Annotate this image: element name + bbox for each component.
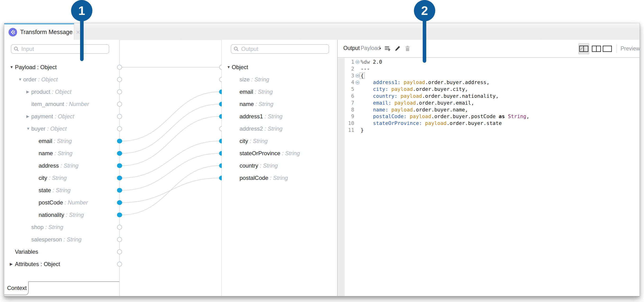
input-product-port[interactable] [117, 90, 122, 94]
expand-arrow-icon[interactable]: ▶ [10, 258, 12, 270]
input-nationality-mapped-port[interactable] [117, 213, 122, 217]
input-email-mapped-port[interactable] [117, 139, 122, 143]
code-line-1[interactable]: 1%dw 2.0 [344, 59, 640, 65]
field-type: : Object [36, 64, 57, 70]
input-row-name[interactable]: name : String [4, 147, 72, 160]
output-row-country[interactable]: country : String [222, 160, 278, 172]
input-row-postcode[interactable]: postCode : Number [4, 196, 88, 209]
input-row-buyer[interactable]: ▼buyer : Object [4, 123, 66, 135]
code-line-7[interactable]: 7email: payload.order.buyer.email, [344, 100, 640, 106]
code-line-9[interactable]: 9postalCode: payload.order.buyer.postCod… [344, 113, 640, 120]
line-number: 5 [344, 86, 354, 93]
input-row-order[interactable]: ▼order : Object [4, 73, 58, 86]
context-tab-label: Context [7, 285, 27, 291]
field-name: stateOrProvince [240, 150, 280, 156]
annotation-gutter [338, 58, 344, 296]
target-dropdown[interactable]: Payload [360, 45, 380, 51]
output-row-email[interactable]: email : String [222, 86, 273, 98]
expand-arrow-icon[interactable]: ▶ [26, 110, 29, 123]
input-shop-port[interactable] [117, 225, 122, 230]
field-name: address2 [240, 125, 263, 132]
code-line-10[interactable]: 10stateOrProvince: payload.order.buyer.s… [344, 120, 640, 127]
header-divider [616, 44, 616, 53]
chevron-down-icon[interactable]: ▾ [379, 46, 381, 50]
fold-collapse-icon[interactable] [354, 80, 360, 85]
input-search[interactable] [11, 44, 109, 54]
output-row-address1[interactable]: address1 : String [222, 110, 282, 123]
input-state-mapped-port[interactable] [117, 188, 122, 193]
input-payload-port[interactable] [117, 65, 122, 70]
input-row-email[interactable]: email : String [4, 135, 72, 147]
input-postcode-mapped-port[interactable] [117, 200, 122, 205]
dataweave-icon [8, 28, 17, 37]
collapse-arrow-icon[interactable]: ▼ [26, 123, 30, 135]
input-attributes-port[interactable] [117, 262, 122, 267]
input-row-state[interactable]: state : String [4, 184, 70, 196]
preview-button[interactable]: Preview [620, 45, 640, 52]
output-row-size[interactable]: size : String [222, 73, 269, 86]
expand-arrow-icon[interactable]: ▶ [26, 86, 29, 98]
field-type: : String [44, 224, 63, 230]
input-row-item_amount[interactable]: item_amount : Number [4, 98, 89, 110]
input-row-city[interactable]: city : String [4, 172, 67, 184]
collapse-arrow-icon[interactable]: ▼ [227, 61, 230, 73]
view-toggle-two-columns[interactable] [592, 45, 601, 53]
input-item_amount-port[interactable] [117, 102, 122, 106]
input-row-salesperson[interactable]: salesperson : String [4, 233, 82, 246]
code-text: city: payload.order.buyer.city, [360, 86, 468, 93]
fold-collapse-icon[interactable] [354, 60, 360, 64]
input-name-mapped-port[interactable] [117, 151, 122, 156]
view-toggle-graphical-code[interactable] [578, 43, 589, 54]
mapping-line-city-to-city [122, 141, 220, 178]
input-row-variables[interactable]: Variables [4, 246, 38, 258]
input-row-product[interactable]: ▶product : Object [4, 86, 71, 98]
input-row-address[interactable]: address : String [4, 160, 78, 172]
input-city-mapped-port[interactable] [117, 176, 122, 180]
output-row-name[interactable]: name : String [222, 98, 274, 110]
code-line-4[interactable]: 4address1: payload.order.buyer.address, [344, 79, 640, 86]
input-order-port[interactable] [117, 77, 122, 82]
field-type: : String [268, 175, 288, 181]
view-toggle-single[interactable] [602, 45, 612, 53]
output-row-address2[interactable]: address2 : String [222, 123, 282, 135]
input-row-nationality[interactable]: nationality : String [4, 209, 84, 221]
code-line-11[interactable]: 11} [344, 127, 640, 134]
code-text: { [360, 72, 365, 79]
edit-pencil-icon[interactable] [394, 45, 401, 52]
input-row-attributes[interactable]: ▶Attributes : Object [4, 258, 60, 270]
input-row-payment[interactable]: ▶payment : Object [4, 110, 74, 123]
search-icon [234, 46, 239, 52]
input-row-shop[interactable]: shop : String [4, 221, 63, 233]
tab-close-icon[interactable]: × [76, 29, 80, 36]
tab-bar: Transform Message × [4, 23, 640, 40]
tab-transform-message[interactable]: Transform Message × [4, 23, 74, 40]
output-row-stateorprovince[interactable]: stateOrProvince : String [222, 147, 300, 160]
output-row-postalcode[interactable]: postalCode : String [222, 172, 288, 184]
line-number: 1 [344, 59, 354, 65]
code-line-6[interactable]: 6country: payload.order.buyer.nationalit… [344, 93, 640, 100]
code-line-5[interactable]: 5city: payload.order.buyer.city, [344, 86, 640, 93]
delete-trash-icon[interactable] [404, 45, 411, 52]
input-salesperson-port[interactable] [117, 237, 122, 242]
input-variables-port[interactable] [117, 250, 122, 254]
dataweave-code[interactable]: 1%dw 2.02---3{4address1: payload.order.b… [344, 59, 640, 134]
input-buyer-port[interactable] [117, 127, 122, 131]
collapse-arrow-icon[interactable]: ▼ [18, 73, 22, 86]
output-row-city[interactable]: city : String [222, 135, 268, 147]
input-row-payload[interactable]: ▼Payload : Object [4, 61, 57, 73]
output-search-field[interactable] [241, 45, 326, 52]
mapping-canvas [117, 40, 224, 296]
code-line-8[interactable]: 8name: payload.order.buyer.name, [344, 106, 640, 113]
input-payment-port[interactable] [117, 114, 122, 119]
input-address-mapped-port[interactable] [117, 163, 122, 168]
code-line-2[interactable]: 2--- [344, 65, 640, 72]
code-text: address1: payload.order.buyer.address, [360, 79, 490, 86]
add-target-icon[interactable] [384, 45, 391, 52]
tab-context[interactable]: Context [4, 282, 29, 295]
field-type: : String [263, 113, 283, 119]
code-line-3[interactable]: 3{ [344, 72, 640, 79]
input-search-field[interactable] [21, 45, 106, 52]
collapse-arrow-icon[interactable]: ▼ [10, 61, 14, 73]
output-row-object[interactable]: ▼Object [222, 61, 248, 73]
output-search[interactable] [231, 44, 329, 54]
